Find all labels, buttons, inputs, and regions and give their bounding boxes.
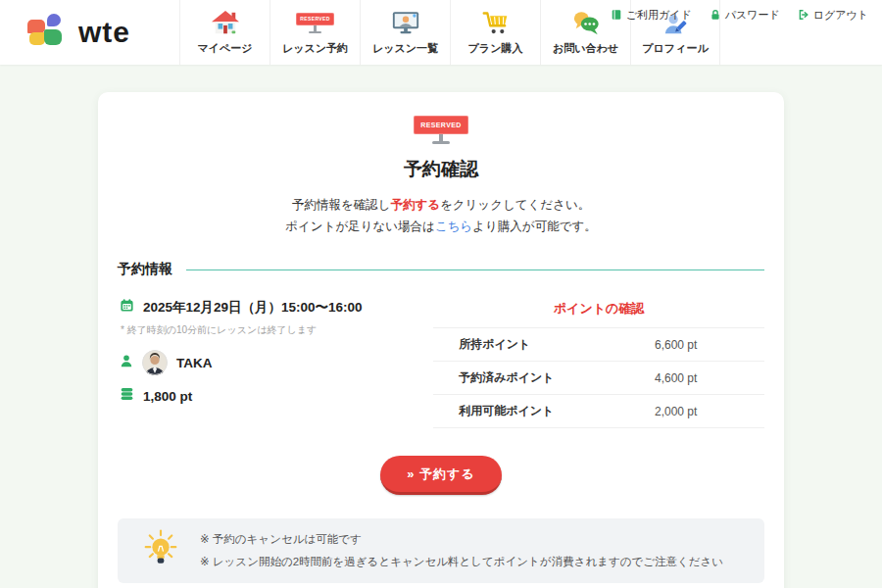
nav-item-lesson-reserve[interactable]: RESERVED レッスン予約: [270, 0, 360, 65]
reservation-details: 2025年12月29日（月）15:00〜16:00 * 終了時刻の10分前にレッ…: [118, 298, 421, 428]
link-logout[interactable]: ログアウト: [798, 8, 868, 23]
app-header: wte マイページ RESERVED レッスン予約: [0, 0, 882, 65]
coins-icon: [120, 387, 134, 405]
lesson-monitor-icon: [391, 9, 420, 37]
lesson-points: 1,800 pt: [143, 389, 192, 404]
points-row-label: 利用可能ポイント: [433, 395, 655, 428]
note-line-2: ※ レッスン開始の2時間前を過ぎるとキャンセル料としてポイントが消費されますので…: [200, 551, 723, 573]
nav-item-label: プラン購入: [468, 41, 523, 56]
logo[interactable]: wte: [0, 0, 179, 65]
chat-bubbles-icon: [571, 9, 601, 37]
nav-item-label: レッスン一覧: [372, 41, 438, 56]
lock-icon: [710, 9, 721, 23]
cart-icon: [481, 9, 510, 37]
nav-item-mypage[interactable]: マイページ: [179, 0, 270, 65]
points-row-value: 6,600 pt: [655, 328, 764, 362]
guide-book-icon: [611, 9, 622, 23]
nav-item-lesson-list[interactable]: レッスン一覧: [360, 0, 450, 65]
lesson-points-row: 1,800 pt: [120, 387, 421, 405]
nav-item-plan-purchase[interactable]: プラン購入: [450, 0, 540, 65]
purchase-here-link[interactable]: こちら: [435, 220, 472, 233]
link-password[interactable]: パスワード: [710, 8, 780, 23]
nav-item-label: プロフィール: [642, 41, 708, 56]
teacher-name: TAKA: [176, 356, 213, 370]
home-icon: [211, 9, 240, 37]
section-divider: [186, 270, 764, 270]
nav-item-label: マイページ: [197, 41, 252, 56]
points-row-value: 4,600 pt: [655, 362, 764, 395]
points-row-value: 2,000 pt: [655, 395, 764, 428]
page-title: 予約確認: [118, 157, 764, 182]
reservation-info-section-header: 予約情報: [118, 261, 764, 278]
reserved-sign-icon: RESERVED: [414, 116, 468, 144]
reservation-datetime: 2025年12月29日（月）15:00〜16:00: [143, 299, 363, 317]
calendar-icon: [120, 298, 134, 317]
points-check-title: ポイントの確認: [433, 300, 764, 318]
table-row: 所持ポイント 6,600 pt: [433, 328, 764, 362]
table-row: 利用可能ポイント 2,000 pt: [433, 395, 764, 428]
logo-bubbles-icon: [27, 14, 67, 51]
instruction-line-1: 予約情報を確認し予約するをクリックしてください。: [118, 194, 764, 216]
cancellation-notes: ※ 予約のキャンセルは可能です ※ レッスン開始の2時間前を過ぎるとキャンセル料…: [118, 518, 764, 583]
points-row-label: 所持ポイント: [433, 328, 655, 362]
reserve-emphasis: 予約する: [390, 198, 440, 212]
nav-item-label: お問い合わせ: [553, 41, 618, 56]
teacher-avatar: [142, 350, 168, 375]
link-label: パスワード: [725, 8, 780, 23]
teacher-row: TAKA: [120, 350, 421, 375]
instruction-line-2: ポイントが足りない場合はこちらより購入が可能です。: [118, 216, 764, 237]
points-check-panel: ポイントの確認 所持ポイント 6,600 pt 予約済みポイント 4,600 p…: [421, 298, 764, 428]
section-title: 予約情報: [118, 261, 172, 278]
points-row-label: 予約済みポイント: [433, 362, 655, 395]
logo-text: wte: [78, 16, 130, 49]
datetime-note: * 終了時刻の10分前にレッスンは終了します: [121, 323, 421, 337]
logout-icon: [798, 9, 809, 23]
lightbulb-icon: [143, 528, 178, 573]
link-label: ご利用ガイド: [626, 8, 692, 23]
datetime-row: 2025年12月29日（月）15:00〜16:00: [120, 298, 421, 317]
table-row: 予約済みポイント 4,600 pt: [433, 362, 764, 395]
link-label: ログアウト: [813, 8, 868, 23]
utility-links: ご利用ガイド パスワード ログアウト: [611, 8, 868, 23]
link-user-guide[interactable]: ご利用ガイド: [611, 8, 692, 23]
nav-item-label: レッスン予約: [282, 41, 348, 56]
reserve-button[interactable]: » 予約する: [380, 456, 501, 495]
person-icon: [120, 354, 133, 371]
note-line-1: ※ 予約のキャンセルは可能です: [200, 528, 723, 551]
points-table: 所持ポイント 6,600 pt 予約済みポイント 4,600 pt 利用可能ポイ…: [433, 327, 764, 428]
reservation-confirm-card: RESERVED 予約確認 予約情報を確認し予約するをクリックしてください。 ポ…: [98, 92, 784, 588]
reserved-sign-icon: RESERVED: [296, 9, 334, 37]
